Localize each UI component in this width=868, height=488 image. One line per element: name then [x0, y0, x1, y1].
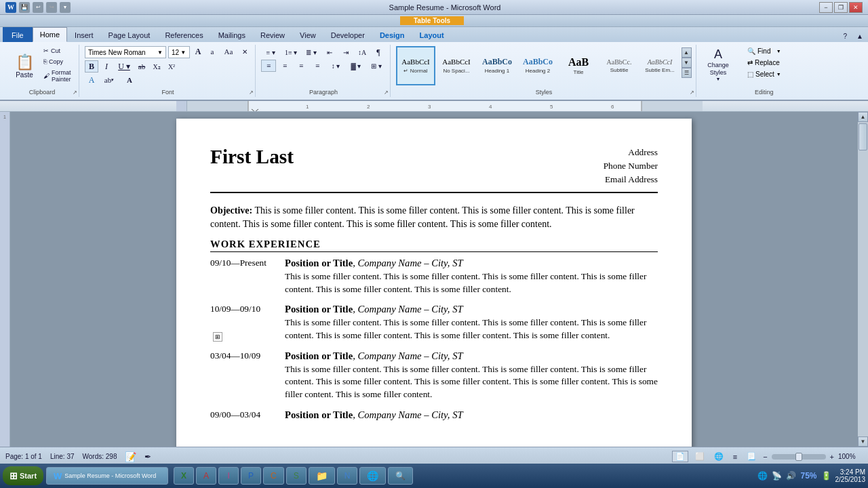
styles-scroll-up[interactable]: ▲: [682, 47, 692, 58]
decrease-indent-button[interactable]: ⇤: [322, 46, 337, 58]
taskbar-app-snag[interactable]: S: [286, 467, 307, 485]
shading-button[interactable]: ▓ ▾: [347, 60, 366, 72]
track-changes-icon[interactable]: ✒: [144, 452, 151, 462]
taskbar-app-publisher[interactable]: P: [241, 467, 261, 485]
align-left-button[interactable]: ≡: [261, 60, 276, 72]
text-effects-button[interactable]: A: [85, 74, 98, 86]
line-spacing-button[interactable]: ↕ ▾: [326, 60, 345, 72]
taskbar-app-chrome[interactable]: 🌐: [359, 467, 386, 485]
increase-indent-button[interactable]: ⇥: [338, 46, 353, 58]
strikethrough-button[interactable]: ab: [135, 60, 149, 73]
align-right-button[interactable]: ≡: [294, 60, 309, 72]
bold-button[interactable]: B: [85, 60, 98, 73]
view-web[interactable]: 🌐: [711, 451, 726, 462]
style-no-spacing[interactable]: AaBbCcI No Spaci...: [437, 46, 476, 85]
clear-formatting-button[interactable]: ✕: [239, 46, 251, 57]
bullet-list-button[interactable]: ≡ ▾: [261, 46, 280, 58]
style-heading1[interactable]: AaBbCo Heading 1: [477, 46, 517, 85]
taskbar-app-word[interactable]: W Sample Resume - Microsoft Word: [46, 467, 168, 485]
view-draft[interactable]: 📃: [744, 451, 759, 462]
scroll-down-button[interactable]: ▼: [858, 436, 868, 447]
taskbar-app-excel[interactable]: X: [174, 467, 194, 485]
change-case-button[interactable]: Aa: [220, 46, 237, 57]
zoom-in-button[interactable]: +: [830, 453, 834, 461]
font-expand-icon[interactable]: ↗: [249, 89, 254, 96]
taskbar-app-search[interactable]: 🔍: [388, 467, 413, 485]
restore-button[interactable]: ❐: [834, 2, 848, 13]
start-button[interactable]: ⊞ Start: [3, 466, 43, 485]
help-button[interactable]: ?: [839, 30, 852, 42]
subscript-button[interactable]: X₂: [150, 60, 163, 73]
italic-button[interactable]: I: [100, 60, 113, 73]
tab-design[interactable]: Design: [372, 27, 412, 42]
ruler-content[interactable]: 1 2 3 4 5 6: [186, 101, 702, 111]
align-center-button[interactable]: ≡: [277, 60, 292, 72]
proofing-icon[interactable]: 📝: [125, 451, 136, 462]
style-subtle-em[interactable]: AaBbCcI Subtle Em...: [640, 46, 679, 85]
font-size-dropdown-icon[interactable]: ▼: [180, 49, 186, 56]
format-painter-button[interactable]: 🖌 Format Painter: [41, 68, 75, 84]
paragraph-expand-icon[interactable]: ↗: [384, 89, 389, 96]
superscript-button[interactable]: X²: [165, 60, 178, 73]
zoom-out-button[interactable]: −: [763, 453, 767, 461]
style-subtitle[interactable]: AaBbCc. Subtitle: [599, 46, 639, 85]
view-print-layout[interactable]: 📄: [672, 451, 688, 462]
sort-button[interactable]: ↕A: [355, 46, 370, 58]
styles-expand-icon[interactable]: ↗: [690, 89, 694, 96]
numbered-list-button[interactable]: 1≡ ▾: [281, 46, 300, 58]
style-heading2[interactable]: AaBbCo Heading 2: [518, 46, 557, 85]
underline-button[interactable]: U ▾: [115, 60, 134, 73]
minimize-ribbon-button[interactable]: ▲: [852, 30, 868, 42]
tab-developer[interactable]: Developer: [323, 27, 372, 42]
select-button[interactable]: ⬚ Select ▼: [744, 69, 785, 79]
scrollbar-thumb[interactable]: [859, 123, 867, 150]
tab-file[interactable]: File: [3, 27, 33, 42]
system-clock[interactable]: 3:24 PM 2/25/2013: [835, 468, 866, 483]
find-button[interactable]: 🔍 Find ▼: [744, 46, 785, 56]
borders-button[interactable]: ⊞ ▾: [367, 60, 386, 72]
table-move-handle[interactable]: ⊞: [213, 332, 222, 342]
customize-quick[interactable]: ▼: [60, 2, 71, 13]
zoom-level[interactable]: 100%: [838, 453, 863, 460]
justify-button[interactable]: ≡: [310, 60, 325, 72]
highlight-color-button[interactable]: ab ▾: [100, 74, 119, 86]
zoom-slider[interactable]: [772, 454, 826, 460]
document-scroll-area[interactable]: ⊞ First Last Address Phone Number Email …: [10, 112, 858, 447]
replace-button[interactable]: ⇄ Replace: [744, 58, 785, 68]
font-size-input[interactable]: 12 ▼: [168, 46, 190, 58]
style-normal[interactable]: AaBbCcI ↵ Normal: [396, 46, 435, 85]
view-full-screen[interactable]: ⬜: [692, 451, 707, 462]
taskbar-app-capture[interactable]: C: [263, 467, 284, 485]
tab-layout[interactable]: Layout: [412, 27, 452, 42]
change-styles-button[interactable]: A ChangeStyles ▼: [698, 45, 738, 84]
font-name-dropdown-icon[interactable]: ▼: [157, 49, 163, 56]
tab-view[interactable]: View: [292, 27, 323, 42]
scroll-up-button[interactable]: ▲: [858, 112, 868, 122]
clipboard-expand-icon[interactable]: ↗: [73, 89, 77, 96]
tab-mailings[interactable]: Mailings: [211, 27, 253, 42]
taskbar-app-indesign[interactable]: I: [218, 467, 239, 485]
vertical-scrollbar[interactable]: ▲ ▼: [858, 112, 868, 447]
undo-quick[interactable]: ↩: [33, 2, 43, 13]
tab-references[interactable]: References: [157, 27, 210, 42]
styles-scroll[interactable]: ▲ ▼ ☰: [681, 46, 692, 79]
close-button[interactable]: ✕: [849, 2, 863, 13]
cut-button[interactable]: ✂ Cut: [41, 46, 75, 56]
minimize-button[interactable]: −: [819, 2, 833, 13]
find-dropdown-icon[interactable]: ▼: [776, 49, 781, 54]
shrink-font-button[interactable]: a: [206, 46, 218, 57]
show-hide-button[interactable]: ¶: [371, 46, 386, 58]
zoom-slider-thumb[interactable]: [795, 453, 802, 461]
style-title[interactable]: AaB Title: [559, 46, 598, 85]
font-color-button[interactable]: A: [120, 74, 139, 86]
redo-quick[interactable]: ↪: [46, 2, 57, 13]
highlight-dropdown-icon[interactable]: ▾: [111, 77, 114, 83]
select-dropdown-icon[interactable]: ▼: [776, 72, 781, 77]
tab-review[interactable]: Review: [253, 27, 292, 42]
styles-scroll-down[interactable]: ▼: [682, 58, 692, 68]
grow-font-button[interactable]: A: [192, 46, 204, 57]
tab-page-layout[interactable]: Page Layout: [101, 27, 158, 42]
tab-home[interactable]: Home: [33, 27, 67, 42]
taskbar-app-network[interactable]: N: [337, 467, 358, 485]
copy-button[interactable]: ⎘ Copy: [41, 57, 75, 66]
